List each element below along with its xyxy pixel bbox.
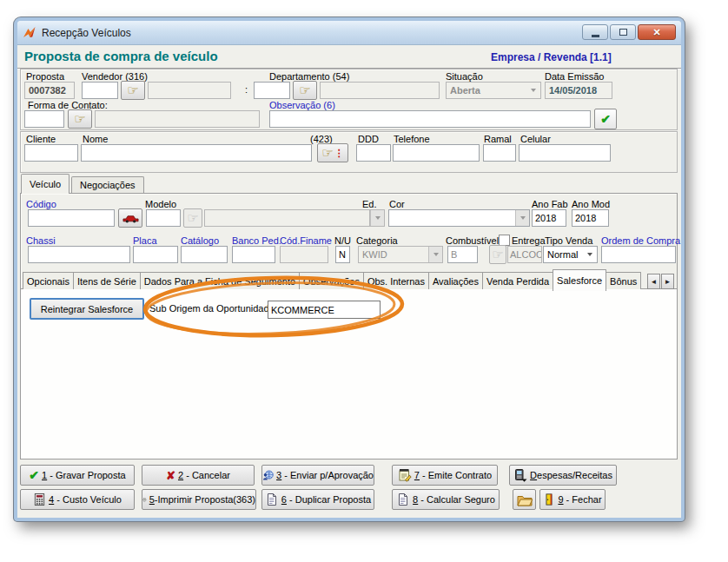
arrow-left-icon: ◄ bbox=[651, 278, 658, 286]
calcular-seguro-button[interactable]: 8 - Calcular Seguro bbox=[392, 489, 500, 510]
minimize-icon bbox=[592, 35, 599, 37]
company-context: Empresa / Revenda [1.1] bbox=[491, 51, 612, 63]
telefone-input[interactable] bbox=[393, 144, 480, 162]
app-logo-icon bbox=[23, 26, 36, 39]
celular-input[interactable] bbox=[519, 144, 611, 162]
subtab-opcionais[interactable]: Opcionais bbox=[23, 272, 74, 289]
catalogo-label: Catálogo bbox=[181, 235, 219, 246]
ano-mod-label: Ano Mod bbox=[572, 199, 610, 209]
enviar-aprovacao-button[interactable]: 3 - Enviar p/Aprovação bbox=[261, 465, 374, 486]
subtab-observacoes[interactable]: Observações bbox=[299, 272, 364, 289]
ramal-label: Ramal bbox=[484, 134, 512, 144]
hand-pointer-icon: ☞ bbox=[321, 146, 333, 159]
modelo-label: Modelo bbox=[145, 199, 176, 209]
nome-input[interactable] bbox=[81, 144, 312, 162]
nu-label: N/U bbox=[334, 235, 351, 246]
codigo-input[interactable] bbox=[28, 209, 115, 227]
entrega-label: Entrega bbox=[512, 235, 546, 246]
sub-tab-strip: Opcionais Itens de Série Dados Para a Fi… bbox=[23, 272, 640, 289]
sub-origem-input[interactable] bbox=[268, 301, 381, 319]
duplicar-proposta-button[interactable]: 6 - Duplicar Proposta bbox=[261, 489, 374, 510]
cor-dropdown[interactable] bbox=[388, 209, 530, 227]
hand-pointer-icon: ☞ bbox=[127, 83, 138, 96]
restore-button[interactable] bbox=[610, 24, 636, 40]
modelo-input[interactable] bbox=[146, 209, 181, 227]
subtab-bonus[interactable]: Bônus bbox=[606, 272, 641, 289]
ddd-input[interactable] bbox=[356, 144, 391, 162]
tab-negociacoes[interactable]: Negociações bbox=[71, 176, 144, 194]
banco-ped-label: Banco Ped. bbox=[232, 235, 281, 246]
separator-colon: : bbox=[245, 84, 248, 95]
hand-pointer-icon: ☞ bbox=[299, 83, 310, 96]
forma-contato-lookup-button[interactable]: ☞ bbox=[68, 109, 92, 129]
ordem-compra-input[interactable] bbox=[601, 246, 676, 263]
departamento-lookup-button[interactable]: ☞ bbox=[293, 81, 317, 100]
subtab-obs-internas[interactable]: Obs. Internas bbox=[363, 272, 429, 289]
chevron-down-icon bbox=[370, 210, 384, 226]
chevron-down-icon bbox=[428, 247, 442, 262]
subtab-itens-de-serie[interactable]: Itens de Série bbox=[73, 272, 141, 289]
reintegrar-salesforce-button[interactable]: Reintegrar Salesforce bbox=[30, 298, 144, 320]
situacao-value: Aberta bbox=[450, 85, 480, 96]
vendedor-input[interactable] bbox=[82, 82, 118, 99]
forma-contato-desc-field bbox=[95, 110, 260, 128]
catalogo-input[interactable] bbox=[181, 246, 228, 263]
cod-finame-label: Cód.Finame bbox=[280, 235, 332, 246]
forma-contato-label: Forma de Contato: bbox=[28, 100, 108, 110]
cancelar-button[interactable]: ✘ 2 - Cancelar bbox=[142, 465, 255, 486]
open-folder-button[interactable] bbox=[513, 489, 536, 510]
calculator-icon bbox=[33, 493, 46, 506]
cliente-lookup-button[interactable]: ☞⋮ bbox=[317, 143, 348, 162]
minimize-button[interactable] bbox=[582, 24, 608, 40]
departamento-input[interactable] bbox=[254, 82, 290, 99]
window-titlebar[interactable]: Recepção Veículos ✕ bbox=[17, 21, 681, 45]
nu-input[interactable] bbox=[335, 246, 350, 263]
situacao-dropdown: Aberta bbox=[446, 82, 541, 99]
subtab-scroll-right-button[interactable]: ► bbox=[661, 274, 674, 289]
ano-mod-input[interactable] bbox=[572, 209, 609, 227]
cor-label: Cor bbox=[389, 199, 405, 209]
placa-input[interactable] bbox=[133, 246, 178, 263]
modelo-lookup-button-disabled: ☞ bbox=[183, 208, 202, 228]
tab-veiculo[interactable]: Veículo bbox=[21, 174, 69, 194]
close-button[interactable]: ✕ bbox=[638, 24, 676, 40]
chassi-input[interactable] bbox=[28, 246, 130, 263]
save-check-icon: ✔ bbox=[29, 469, 39, 481]
subtab-venda-perdida[interactable]: Venda Perdida bbox=[482, 272, 553, 289]
gravar-proposta-button[interactable]: ✔ 1 - Gravar Proposta bbox=[20, 465, 135, 486]
combustivel-input[interactable] bbox=[447, 246, 478, 263]
banco-ped-input[interactable] bbox=[232, 246, 275, 263]
chevron-down-icon bbox=[515, 210, 529, 226]
confirm-observacao-button[interactable]: ✔ bbox=[594, 109, 617, 129]
custo-veiculo-button[interactable]: 4 - Custo Veículo bbox=[20, 489, 135, 510]
observacao-input[interactable] bbox=[269, 110, 591, 128]
cliente-input[interactable] bbox=[24, 144, 78, 162]
tipo-venda-label: Tipo Venda bbox=[545, 235, 592, 246]
nome-label: Nome bbox=[83, 134, 108, 144]
subtab-scroll-left-button[interactable]: ◄ bbox=[647, 274, 660, 289]
ramal-input[interactable] bbox=[483, 144, 516, 162]
vendedor-desc-field bbox=[148, 82, 231, 99]
document-icon bbox=[265, 493, 279, 506]
cliente-label: Cliente bbox=[26, 134, 56, 144]
vendedor-lookup-button[interactable]: ☞ bbox=[121, 81, 145, 100]
imprimir-proposta-button[interactable]: 5-Imprimir Proposta(363) bbox=[142, 489, 256, 510]
ano-fab-input[interactable] bbox=[532, 209, 566, 227]
codigo-car-lookup-button[interactable] bbox=[118, 208, 142, 228]
subtab-salesforce[interactable]: Salesforce bbox=[553, 269, 606, 291]
page-title: Proposta de compra de veículo bbox=[24, 49, 218, 63]
data-emissao-label: Data Emissão bbox=[545, 71, 604, 82]
fechar-button[interactable]: 9 - Fechar bbox=[539, 489, 606, 510]
telefone-label: Telefone bbox=[394, 134, 430, 144]
red-dots-icon: ⋮ bbox=[334, 148, 344, 159]
emite-contrato-button[interactable]: 7 - Emite Contrato bbox=[392, 465, 498, 486]
subtab-dados-ficha-seguimento[interactable]: Dados Para a Ficha de Seguimento bbox=[140, 272, 300, 289]
combustivel-desc-field: ALCOOL bbox=[507, 246, 542, 263]
departamento-desc-field bbox=[320, 82, 440, 99]
despesas-receitas-button[interactable]: Despesas/Receitas bbox=[509, 465, 617, 486]
subtab-avaliacoes[interactable]: Avaliações bbox=[428, 272, 483, 289]
situacao-label: Situação bbox=[446, 71, 483, 82]
modelo-desc-field bbox=[204, 209, 374, 227]
forma-contato-input[interactable] bbox=[24, 110, 64, 128]
tipo-venda-dropdown[interactable]: Normal bbox=[543, 246, 598, 263]
